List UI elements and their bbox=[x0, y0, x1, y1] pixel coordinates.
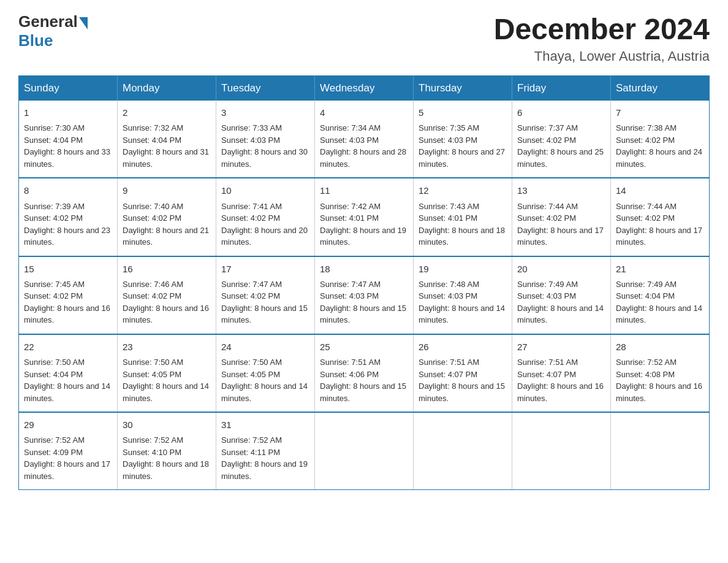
weekday-header-tuesday: Tuesday bbox=[216, 76, 315, 101]
day-number: 22 bbox=[24, 340, 112, 354]
calendar-cell: 5Sunrise: 7:35 AMSunset: 4:03 PMDaylight… bbox=[414, 101, 512, 178]
day-number: 18 bbox=[320, 262, 408, 276]
day-info: Sunrise: 7:52 AMSunset: 4:11 PMDaylight:… bbox=[221, 434, 309, 482]
day-number: 7 bbox=[616, 105, 704, 120]
day-info: Sunrise: 7:51 AMSunset: 4:06 PMDaylight:… bbox=[320, 356, 408, 404]
day-info: Sunrise: 7:41 AMSunset: 4:02 PMDaylight:… bbox=[221, 201, 309, 248]
day-info: Sunrise: 7:33 AMSunset: 4:03 PMDaylight:… bbox=[221, 122, 309, 170]
day-info: Sunrise: 7:42 AMSunset: 4:01 PMDaylight:… bbox=[320, 201, 408, 248]
day-info: Sunrise: 7:43 AMSunset: 4:01 PMDaylight:… bbox=[419, 201, 507, 248]
calendar-cell: 26Sunrise: 7:51 AMSunset: 4:07 PMDayligh… bbox=[414, 334, 512, 412]
day-info: Sunrise: 7:49 AMSunset: 4:03 PMDaylight:… bbox=[517, 278, 605, 326]
day-number: 23 bbox=[123, 340, 211, 354]
day-number: 31 bbox=[221, 418, 309, 432]
day-number: 29 bbox=[24, 418, 112, 432]
day-number: 11 bbox=[320, 183, 408, 197]
day-info: Sunrise: 7:40 AMSunset: 4:02 PMDaylight:… bbox=[123, 201, 211, 248]
weekday-header-friday: Friday bbox=[512, 76, 611, 101]
calendar-cell: 22Sunrise: 7:50 AMSunset: 4:04 PMDayligh… bbox=[19, 334, 118, 412]
calendar-cell bbox=[611, 412, 710, 490]
calendar-cell: 2Sunrise: 7:32 AMSunset: 4:04 PMDaylight… bbox=[118, 101, 216, 178]
day-number: 1 bbox=[24, 105, 112, 120]
location-subtitle: Thaya, Lower Austria, Austria bbox=[494, 48, 710, 64]
day-info: Sunrise: 7:50 AMSunset: 4:05 PMDaylight:… bbox=[123, 356, 211, 404]
calendar-cell: 7Sunrise: 7:38 AMSunset: 4:02 PMDaylight… bbox=[611, 101, 710, 178]
day-info: Sunrise: 7:32 AMSunset: 4:04 PMDaylight:… bbox=[123, 122, 211, 170]
title-section: December 2024 Thaya, Lower Austria, Aust… bbox=[494, 12, 710, 64]
day-info: Sunrise: 7:37 AMSunset: 4:02 PMDaylight:… bbox=[517, 122, 605, 170]
calendar-cell bbox=[414, 412, 512, 490]
day-info: Sunrise: 7:48 AMSunset: 4:03 PMDaylight:… bbox=[419, 278, 507, 326]
day-number: 10 bbox=[221, 183, 309, 197]
day-number: 28 bbox=[616, 340, 704, 354]
day-info: Sunrise: 7:51 AMSunset: 4:07 PMDaylight:… bbox=[517, 356, 605, 404]
day-info: Sunrise: 7:47 AMSunset: 4:02 PMDaylight:… bbox=[221, 278, 309, 326]
day-number: 6 bbox=[517, 105, 605, 120]
week-row-1: 1Sunrise: 7:30 AMSunset: 4:04 PMDaylight… bbox=[19, 101, 710, 178]
day-number: 9 bbox=[123, 183, 211, 197]
day-info: Sunrise: 7:39 AMSunset: 4:02 PMDaylight:… bbox=[24, 201, 112, 248]
calendar-cell: 15Sunrise: 7:45 AMSunset: 4:02 PMDayligh… bbox=[19, 256, 118, 334]
weekday-header-row: SundayMondayTuesdayWednesdayThursdayFrid… bbox=[19, 76, 710, 101]
calendar-cell: 1Sunrise: 7:30 AMSunset: 4:04 PMDaylight… bbox=[19, 101, 118, 178]
logo-triangle-icon bbox=[79, 17, 88, 29]
day-info: Sunrise: 7:34 AMSunset: 4:03 PMDaylight:… bbox=[320, 122, 408, 170]
day-number: 21 bbox=[616, 262, 704, 276]
calendar-cell: 18Sunrise: 7:47 AMSunset: 4:03 PMDayligh… bbox=[315, 256, 414, 334]
calendar-cell: 14Sunrise: 7:44 AMSunset: 4:02 PMDayligh… bbox=[611, 178, 710, 256]
calendar-cell: 28Sunrise: 7:52 AMSunset: 4:08 PMDayligh… bbox=[611, 334, 710, 412]
day-info: Sunrise: 7:50 AMSunset: 4:04 PMDaylight:… bbox=[24, 356, 112, 404]
calendar-cell: 13Sunrise: 7:44 AMSunset: 4:02 PMDayligh… bbox=[512, 178, 611, 256]
calendar-cell: 23Sunrise: 7:50 AMSunset: 4:05 PMDayligh… bbox=[118, 334, 216, 412]
week-row-2: 8Sunrise: 7:39 AMSunset: 4:02 PMDaylight… bbox=[19, 178, 710, 256]
calendar-cell: 29Sunrise: 7:52 AMSunset: 4:09 PMDayligh… bbox=[19, 412, 118, 490]
day-number: 12 bbox=[419, 183, 507, 197]
calendar-cell: 10Sunrise: 7:41 AMSunset: 4:02 PMDayligh… bbox=[216, 178, 315, 256]
day-info: Sunrise: 7:45 AMSunset: 4:02 PMDaylight:… bbox=[24, 278, 112, 326]
day-number: 5 bbox=[419, 105, 507, 120]
calendar-cell: 8Sunrise: 7:39 AMSunset: 4:02 PMDaylight… bbox=[19, 178, 118, 256]
weekday-header-monday: Monday bbox=[118, 76, 216, 101]
day-number: 8 bbox=[24, 183, 112, 197]
day-number: 14 bbox=[616, 183, 704, 197]
logo-general-text: General bbox=[18, 12, 78, 31]
logo-blue-text: Blue bbox=[18, 31, 53, 50]
day-info: Sunrise: 7:49 AMSunset: 4:04 PMDaylight:… bbox=[616, 278, 704, 326]
day-number: 27 bbox=[517, 340, 605, 354]
week-row-5: 29Sunrise: 7:52 AMSunset: 4:09 PMDayligh… bbox=[19, 412, 710, 490]
weekday-header-wednesday: Wednesday bbox=[315, 76, 414, 101]
day-number: 4 bbox=[320, 105, 408, 120]
day-number: 25 bbox=[320, 340, 408, 354]
day-info: Sunrise: 7:52 AMSunset: 4:09 PMDaylight:… bbox=[24, 434, 112, 482]
calendar-cell: 12Sunrise: 7:43 AMSunset: 4:01 PMDayligh… bbox=[414, 178, 512, 256]
day-number: 3 bbox=[221, 105, 309, 120]
day-info: Sunrise: 7:47 AMSunset: 4:03 PMDaylight:… bbox=[320, 278, 408, 326]
calendar-cell: 31Sunrise: 7:52 AMSunset: 4:11 PMDayligh… bbox=[216, 412, 315, 490]
calendar-cell bbox=[512, 412, 611, 490]
week-row-3: 15Sunrise: 7:45 AMSunset: 4:02 PMDayligh… bbox=[19, 256, 710, 334]
day-number: 26 bbox=[419, 340, 507, 354]
calendar-cell: 24Sunrise: 7:50 AMSunset: 4:05 PMDayligh… bbox=[216, 334, 315, 412]
day-number: 20 bbox=[517, 262, 605, 276]
logo: General Blue bbox=[18, 12, 89, 50]
weekday-header-sunday: Sunday bbox=[19, 76, 118, 101]
calendar-cell: 6Sunrise: 7:37 AMSunset: 4:02 PMDaylight… bbox=[512, 101, 611, 178]
calendar-cell: 19Sunrise: 7:48 AMSunset: 4:03 PMDayligh… bbox=[414, 256, 512, 334]
calendar-cell: 27Sunrise: 7:51 AMSunset: 4:07 PMDayligh… bbox=[512, 334, 611, 412]
weekday-header-saturday: Saturday bbox=[611, 76, 710, 101]
day-info: Sunrise: 7:46 AMSunset: 4:02 PMDaylight:… bbox=[123, 278, 211, 326]
day-info: Sunrise: 7:44 AMSunset: 4:02 PMDaylight:… bbox=[517, 201, 605, 248]
calendar-cell bbox=[315, 412, 414, 490]
day-number: 24 bbox=[221, 340, 309, 354]
day-info: Sunrise: 7:52 AMSunset: 4:10 PMDaylight:… bbox=[123, 434, 211, 482]
calendar-cell: 20Sunrise: 7:49 AMSunset: 4:03 PMDayligh… bbox=[512, 256, 611, 334]
month-title: December 2024 bbox=[494, 12, 710, 46]
day-info: Sunrise: 7:30 AMSunset: 4:04 PMDaylight:… bbox=[24, 122, 112, 170]
day-info: Sunrise: 7:51 AMSunset: 4:07 PMDaylight:… bbox=[419, 356, 507, 404]
calendar-table: SundayMondayTuesdayWednesdayThursdayFrid… bbox=[18, 75, 710, 490]
calendar-cell: 4Sunrise: 7:34 AMSunset: 4:03 PMDaylight… bbox=[315, 101, 414, 178]
calendar-cell: 30Sunrise: 7:52 AMSunset: 4:10 PMDayligh… bbox=[118, 412, 216, 490]
day-number: 17 bbox=[221, 262, 309, 276]
calendar-cell: 25Sunrise: 7:51 AMSunset: 4:06 PMDayligh… bbox=[315, 334, 414, 412]
day-number: 13 bbox=[517, 183, 605, 197]
